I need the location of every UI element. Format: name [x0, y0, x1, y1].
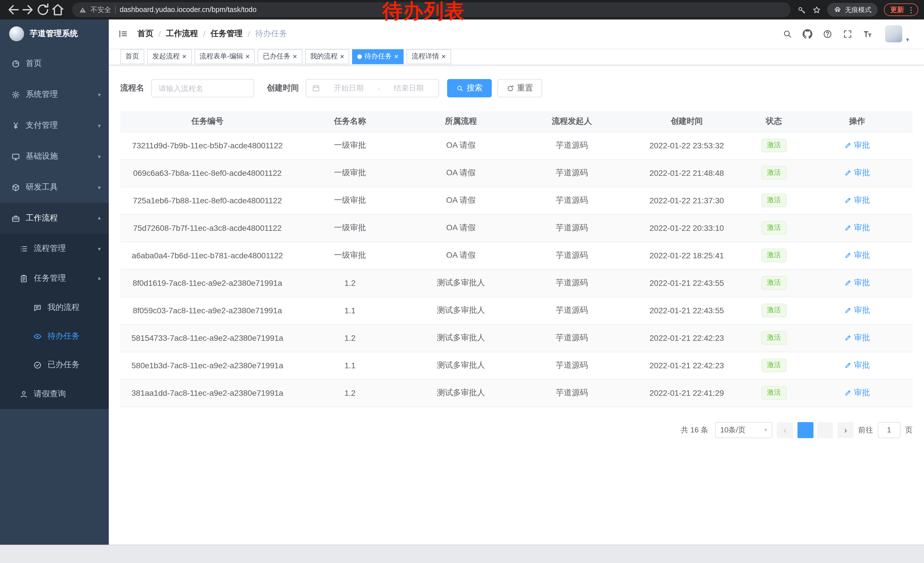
task-id-cell: a6aba0a4-7b6d-11ec-b781-acde48001122	[120, 242, 294, 269]
home-button[interactable]	[50, 2, 65, 17]
close-icon[interactable]: ×	[182, 53, 186, 60]
update-label: 更新	[890, 5, 904, 15]
reload-button[interactable]	[36, 2, 50, 17]
chevron-down-icon: ▾	[98, 92, 101, 98]
goto-page-input[interactable]	[878, 422, 900, 438]
prev-page-button[interactable]: ‹	[777, 422, 793, 438]
action-cell: 审批	[801, 214, 912, 242]
col-status: 状态	[746, 111, 802, 132]
next-page-button[interactable]: ›	[837, 422, 854, 438]
sidebar-item-done[interactable]: 已办任务 ▾	[0, 350, 109, 379]
approve-link[interactable]: 审批	[844, 195, 870, 206]
tools-icon	[12, 183, 20, 192]
breadcrumb-item[interactable]: 工作流程 /	[166, 29, 211, 39]
app-logo[interactable]: 芋道管理系统	[0, 20, 109, 48]
process-cell: OA 请假	[405, 187, 516, 214]
total-count: 共 16 条	[681, 425, 708, 435]
forward-button[interactable]	[21, 2, 36, 17]
close-icon[interactable]: ×	[441, 53, 446, 60]
start-date-placeholder: 开始日期	[325, 83, 373, 93]
close-icon[interactable]: ×	[245, 53, 250, 60]
logo-avatar	[9, 26, 24, 41]
close-icon[interactable]: ×	[340, 53, 344, 60]
github-icon[interactable]	[802, 29, 812, 39]
tab-4[interactable]: 我的流程 ×	[305, 49, 350, 64]
sidebar-item-gear[interactable]: 系统管理 ▾	[0, 79, 109, 110]
password-key-icon[interactable]	[798, 6, 806, 14]
back-button[interactable]	[6, 2, 21, 17]
sidebar-item-workflow[interactable]: 工作流程 ▾	[0, 203, 109, 234]
sidebar-item-yen[interactable]: 支付管理 ▾	[0, 110, 109, 141]
sidebar-item-eye[interactable]: 待办任务 ▾	[0, 322, 109, 350]
sidebar-item-infra[interactable]: 基础设施 ▾	[0, 141, 109, 172]
page-size-select[interactable]: 10条/页 ▾	[715, 422, 772, 438]
help-icon[interactable]	[823, 29, 832, 39]
page-numbers	[798, 422, 833, 438]
address-bar[interactable]: 不安全 dashboard.yudao.iocoder.cn/bpm/task/…	[72, 2, 790, 17]
tab-2[interactable]: 流程表单-编辑 ×	[194, 49, 255, 64]
task-name-cell: 一级审批	[294, 187, 406, 214]
page-number-button[interactable]	[817, 422, 833, 438]
tab-1[interactable]: 发起流程 ×	[147, 49, 192, 64]
process-name-input[interactable]	[151, 79, 254, 98]
approve-link[interactable]: 审批	[844, 360, 870, 371]
breadcrumb-item[interactable]: 任务管理 /	[211, 29, 255, 39]
close-icon[interactable]: ×	[394, 53, 399, 60]
initiator-cell: 芋道源码	[516, 132, 627, 159]
process-cell: 测试多审批人	[405, 352, 516, 379]
fullscreen-icon[interactable]	[843, 29, 852, 39]
status-cell: 激活	[746, 324, 802, 352]
search-icon[interactable]	[783, 29, 792, 39]
action-cell: 审批	[801, 132, 912, 159]
status-cell: 激活	[746, 269, 802, 297]
reset-button[interactable]: 重置	[498, 79, 542, 98]
approve-link[interactable]: 审批	[844, 250, 870, 261]
status-cell: 激活	[746, 187, 802, 214]
approve-link[interactable]: 审批	[844, 140, 870, 151]
approve-link[interactable]: 审批	[844, 305, 870, 315]
approve-link[interactable]: 审批	[844, 333, 870, 343]
tab-5[interactable]: 待办任务 ×	[352, 49, 404, 64]
menu-fold-icon[interactable]	[118, 29, 128, 39]
sidebar-item-user[interactable]: 请假查询 ▾	[0, 379, 109, 409]
col-task-name: 任务名称	[294, 111, 406, 132]
update-button[interactable]: 更新 ⋮	[884, 3, 918, 16]
approve-link[interactable]: 审批	[844, 168, 870, 178]
font-size-icon[interactable]	[863, 29, 873, 39]
approve-link[interactable]: 审批	[844, 223, 870, 233]
process-cell: 测试多审批人	[405, 297, 516, 324]
user-avatar[interactable]: ▾	[885, 24, 909, 44]
edit-icon	[844, 142, 852, 149]
chrome-menu-icon[interactable]: ⋮	[908, 6, 915, 14]
close-icon[interactable]: ×	[292, 53, 297, 60]
sidebar-submenu: 流程管理 ▾ 任务管理 ▾ 我的流程 ▾ 待办任务 ▾ 已办任务 ▾ 请假查询 …	[0, 234, 109, 409]
status-badge: 激活	[761, 331, 787, 344]
bookmark-star-icon[interactable]	[812, 6, 821, 14]
tab-3[interactable]: 已办任务 ×	[258, 49, 302, 64]
task-table: 任务编号 任务名称 所属流程 流程发起人 创建时间 状态 操作 73211d9d…	[120, 111, 912, 407]
caret-down-icon: ▾	[906, 36, 909, 44]
breadcrumb-item[interactable]: 待办任务 /	[255, 29, 287, 39]
sidebar-item-task[interactable]: 任务管理 ▾	[0, 263, 109, 293]
process-name-label: 流程名	[120, 83, 144, 93]
sidebar-item-dashboard[interactable]: 首页 ▾	[0, 48, 109, 79]
sidebar-item-tools[interactable]: 研发工具 ▾	[0, 172, 109, 203]
page-size-value: 10条/页	[720, 425, 746, 435]
breadcrumb-item[interactable]: 首页 /	[137, 29, 166, 39]
sidebar-item-list[interactable]: 流程管理 ▾	[0, 234, 109, 263]
refresh-icon	[507, 84, 514, 92]
approve-link[interactable]: 审批	[844, 278, 870, 288]
date-range-picker[interactable]: 开始日期 - 结束日期	[306, 79, 439, 98]
page-number-button[interactable]	[798, 422, 813, 438]
search-button[interactable]: 搜索	[447, 79, 492, 98]
end-date-placeholder: 结束日期	[384, 83, 433, 93]
task-name-cell: 一级审批	[294, 242, 406, 269]
approve-link[interactable]: 审批	[844, 388, 870, 398]
tab-0[interactable]: 首页 ×	[120, 49, 144, 64]
status-badge: 激活	[761, 303, 787, 317]
process-cell: OA 请假	[405, 214, 516, 242]
yen-icon	[12, 121, 20, 130]
sidebar-item-chat[interactable]: 我的流程 ▾	[0, 293, 109, 322]
task-id-cell: 725a1eb6-7b88-11ec-8ef0-acde48001122	[120, 187, 294, 214]
tab-6[interactable]: 流程详情 ×	[406, 49, 451, 64]
